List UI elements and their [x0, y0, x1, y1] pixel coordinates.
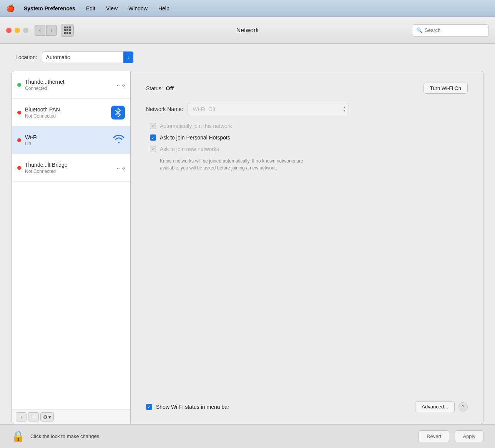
- toolbar-title: Network: [236, 27, 259, 34]
- wifi-status: Off: [25, 141, 110, 146]
- nav-buttons: ‹ ›: [35, 25, 57, 36]
- network-name-select-wrapper: Wi-Fi: Off ▲ ▼: [188, 103, 349, 115]
- network-panel: Thunde...thernet Connected ⋯› Bluetooth …: [12, 71, 483, 424]
- remove-network-button[interactable]: −: [28, 412, 39, 421]
- wifi-name: Wi-Fi: [25, 134, 110, 140]
- show-wifi-checkbox[interactable]: ✓: [146, 404, 152, 410]
- show-wifi-label: Show Wi-Fi status in menu bar: [156, 404, 229, 410]
- ethernet-icon: ⋯›: [116, 81, 125, 89]
- wifi-icon: [113, 134, 125, 146]
- bridge-text: Thunde...lt Bridge Not Connected: [25, 162, 113, 174]
- ask-hotspot-check-icon: ✓: [151, 136, 154, 140]
- location-label: Location:: [15, 54, 37, 60]
- add-network-button[interactable]: +: [16, 412, 27, 421]
- network-name-select[interactable]: Wi-Fi: Off: [188, 103, 349, 115]
- menu-view[interactable]: View: [105, 5, 119, 12]
- bridge-name: Thunde...lt Bridge: [25, 162, 113, 168]
- turn-wifi-on-button[interactable]: Turn Wi-Fi On: [424, 83, 468, 94]
- ask-new-label: Ask to join new networks: [160, 146, 219, 152]
- menu-edit[interactable]: Edit: [85, 5, 97, 12]
- sidebar-item-ethernet[interactable]: Thunde...thernet Connected ⋯›: [12, 71, 130, 99]
- forward-button[interactable]: ›: [46, 25, 57, 36]
- checkboxes-section: ✓ Automatically join this network ✓ Ask …: [150, 123, 468, 171]
- bluetooth-name: Bluetooth PAN: [25, 106, 108, 113]
- network-name-row: Network Name: Wi-Fi: Off ▲ ▼: [146, 103, 468, 115]
- bluetooth-status: Not Connected: [25, 113, 108, 119]
- bridge-status: Not Connected: [25, 169, 113, 174]
- minimize-button[interactable]: [15, 28, 20, 33]
- auto-join-row: ✓ Automatically join this network: [150, 123, 468, 129]
- bridge-dots-icon: ⋯›: [116, 164, 125, 172]
- advanced-button[interactable]: Advanced...: [415, 401, 455, 412]
- bluetooth-text: Bluetooth PAN Not Connected: [25, 106, 108, 119]
- revert-button[interactable]: Revert: [419, 430, 449, 442]
- gear-chevron-icon: ▾: [48, 414, 51, 420]
- network-sidebar: Thunde...thernet Connected ⋯› Bluetooth …: [12, 71, 131, 424]
- sidebar-item-bluetooth[interactable]: Bluetooth PAN Not Connected: [12, 99, 130, 126]
- show-wifi-check-icon: ✓: [148, 405, 151, 409]
- action-buttons: Advanced... ?: [415, 401, 468, 412]
- ask-new-row: ✓ Ask to join new networks: [150, 146, 468, 152]
- help-button[interactable]: ?: [458, 402, 468, 411]
- status-dot-wifi: [17, 138, 21, 142]
- apply-button[interactable]: Apply: [455, 430, 483, 442]
- auto-join-check-icon: ✓: [151, 124, 154, 128]
- search-input[interactable]: [425, 27, 485, 33]
- bluetooth-icon: [111, 106, 125, 119]
- main-content: Location: Automatic Edit Locations... ↕ …: [0, 44, 495, 424]
- detail-panel: Status: Off Turn Wi-Fi On Network Name: …: [131, 71, 483, 424]
- ethernet-status: Connected: [25, 86, 113, 91]
- grid-button[interactable]: [61, 24, 74, 37]
- status-row: Status: Off Turn Wi-Fi On: [146, 83, 468, 94]
- status-dot-bluetooth: [17, 111, 21, 114]
- sidebar-list: Thunde...thernet Connected ⋯› Bluetooth …: [12, 71, 130, 410]
- toolbar: ‹ › Network 🔍: [0, 17, 495, 44]
- menu-help[interactable]: Help: [157, 5, 171, 12]
- show-wifi-row: ✓ Show Wi-Fi status in menu bar: [146, 404, 415, 410]
- location-select-wrapper: Automatic Edit Locations... ↕: [42, 51, 134, 63]
- sidebar-item-wifi[interactable]: Wi-Fi Off: [12, 126, 130, 154]
- menu-window[interactable]: Window: [127, 5, 149, 12]
- menu-app-name[interactable]: System Preferences: [22, 5, 77, 12]
- wifi-text: Wi-Fi Off: [25, 134, 110, 146]
- network-note: Known networks will be joined automatica…: [160, 158, 306, 171]
- location-select[interactable]: Automatic Edit Locations...: [42, 51, 134, 63]
- ask-new-check-icon: ✓: [151, 147, 154, 151]
- dots-icon: ⋯›: [116, 81, 125, 89]
- close-button[interactable]: [6, 28, 12, 33]
- location-bar: Location: Automatic Edit Locations... ↕: [12, 51, 483, 63]
- maximize-button[interactable]: [23, 28, 28, 33]
- lock-text: Click the lock to make changes.: [30, 433, 413, 439]
- network-name-label: Network Name:: [146, 106, 183, 112]
- ask-hotspot-row: ✓ Ask to join Personal Hotspots: [150, 134, 468, 141]
- window-controls: [6, 28, 28, 33]
- back-button[interactable]: ‹: [35, 25, 45, 36]
- search-icon: 🔍: [416, 27, 422, 33]
- detail-bottom-area: ✓ Show Wi-Fi status in menu bar Advanced…: [146, 401, 468, 412]
- menu-bar: 🍎 System Preferences Edit View Window He…: [0, 0, 495, 17]
- sidebar-item-bridge[interactable]: Thunde...lt Bridge Not Connected ⋯›: [12, 154, 130, 182]
- status-label: Status:: [146, 85, 163, 91]
- ethernet-name: Thunde...thernet: [25, 79, 113, 85]
- gear-icon: ⚙: [43, 414, 48, 420]
- gear-menu-button[interactable]: ⚙ ▾: [40, 412, 54, 421]
- search-box[interactable]: 🔍: [412, 24, 489, 37]
- auto-join-label: Automatically join this network: [160, 123, 232, 129]
- ask-new-checkbox[interactable]: ✓: [150, 146, 156, 152]
- lock-icon[interactable]: 🔒: [12, 430, 25, 443]
- lock-bar: 🔒 Click the lock to make changes. Revert…: [0, 424, 495, 448]
- ethernet-text: Thunde...thernet Connected: [25, 79, 113, 91]
- bridge-icon: ⋯›: [116, 164, 125, 172]
- auto-join-checkbox[interactable]: ✓: [150, 123, 156, 129]
- status-dot-ethernet: [17, 83, 21, 87]
- sidebar-controls: + − ⚙ ▾: [12, 410, 130, 424]
- grid-icon: [64, 27, 71, 34]
- status-dot-bridge: [17, 166, 21, 170]
- status-value: Off: [166, 85, 174, 91]
- apple-menu[interactable]: 🍎: [6, 4, 15, 13]
- ask-hotspot-label: Ask to join Personal Hotspots: [160, 134, 230, 141]
- bluetooth-icon-wrapper: [111, 106, 125, 119]
- ask-hotspot-checkbox[interactable]: ✓: [150, 134, 156, 141]
